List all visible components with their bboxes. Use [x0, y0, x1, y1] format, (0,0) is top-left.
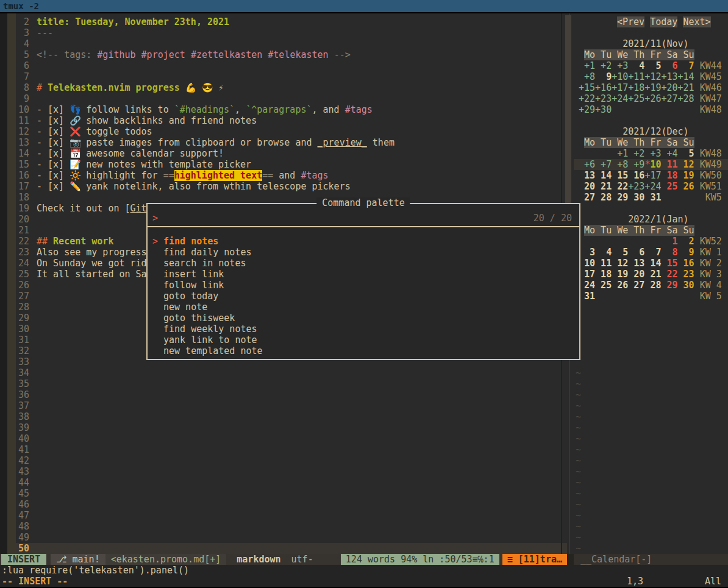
palette-item[interactable]: >find notes [148, 236, 579, 247]
calendar-today-button[interactable]: Today [650, 16, 677, 27]
editor-line[interactable]: 47 [0, 510, 567, 521]
line-number: 22 [16, 236, 29, 247]
editor-line[interactable]: 39 [0, 422, 567, 433]
editor-line[interactable]: 48 [0, 521, 567, 532]
line-number: 21 [16, 225, 29, 236]
calendar-week-row[interactable]: 31 KW 5 [574, 291, 728, 302]
text-segment: 4 5 [628, 60, 661, 71]
text-segment: <!-- tags: [37, 49, 97, 60]
text-segment: 17 18 19 20 21 [579, 269, 661, 280]
line-number: 29 [16, 313, 29, 324]
text-segment: Also see my progress [37, 247, 147, 258]
editor-line[interactable]: 18 [0, 192, 567, 203]
editor-line[interactable]: 44 [0, 477, 567, 488]
calendar-week-row[interactable]: +22+23+24+25+26+27+28 KW47 [574, 93, 728, 104]
calendar-week-row[interactable]: +1 +2 +3 4 5 6 7 KW44 [574, 60, 728, 71]
editor-line[interactable]: 6 [0, 60, 567, 71]
editor-line[interactable]: 35 [0, 378, 567, 389]
text-segment: #github [97, 49, 135, 60]
line-number: 2 [16, 16, 29, 27]
editor-line[interactable]: 14- [x] 📅 awesome calendar support! [0, 148, 567, 159]
editor-line[interactable]: 2title: Tuesday, November 23th, 2021 [0, 16, 567, 27]
palette-item[interactable]: follow link [148, 280, 579, 291]
editor-line[interactable]: 46 [0, 499, 567, 510]
palette-item[interactable]: find weekly notes [148, 324, 579, 335]
text-segment: toggle todos [80, 126, 152, 137]
palette-divider [148, 226, 579, 227]
text-segment: +23+24 [628, 181, 661, 192]
palette-item[interactable]: goto thisweek [148, 313, 579, 324]
calendar-prev-button[interactable]: <Prev [617, 16, 644, 27]
palette-item[interactable]: new templated note [148, 345, 579, 356]
editor-line[interactable]: 43 [0, 466, 567, 477]
editor-line[interactable]: 41 [0, 444, 567, 455]
editor-line[interactable]: 38 [0, 411, 567, 422]
scrollbar-thumb[interactable] [565, 15, 571, 203]
editor-line[interactable]: 11- [x] 🔗 show backlinks and friend note… [0, 115, 567, 126]
calendar-week-row[interactable]: 27 28 29 30 31 KW5 [574, 192, 728, 203]
editor-line[interactable]: 37 [0, 400, 567, 411]
palette-item[interactable]: search in notes [148, 258, 579, 269]
calendar-week-row[interactable]: 20 21 22+23+24 25 26 KW51 [574, 181, 728, 192]
empty-line-tilde: ~ [576, 455, 588, 466]
text-segment: highlight for [80, 170, 163, 181]
line-number: 50 [16, 543, 29, 554]
editor-line[interactable]: 7 [0, 71, 567, 82]
text-segment: them [367, 137, 394, 148]
editor-line[interactable]: 34 [0, 367, 567, 378]
editor-line[interactable]: 12- [x] ❌ toggle todos [0, 126, 567, 137]
text-segment [136, 49, 141, 60]
calendar-week-row[interactable]: +8 9+10+11+12+13+14 KW45 [574, 71, 728, 82]
palette-item[interactable]: yank link to note [148, 335, 579, 345]
text-segment: +15+16+17+18+19+20+21 [579, 82, 694, 93]
calendar-week-row[interactable]: 17 18 19 20 21 22 23 KW 3 [574, 269, 728, 280]
editor-line[interactable]: 9 [0, 93, 567, 104]
editor-line[interactable]: 42 [0, 455, 567, 466]
editor-line[interactable]: 36 [0, 389, 567, 400]
text-segment: show backlinks and friend notes [80, 115, 257, 126]
buffer-list-icon: ≡ [507, 554, 513, 565]
weekday-labels: Mo Tu We Th Fr Sa Su [584, 225, 694, 236]
editor-line[interactable]: 13- [x] 📷 paste images from clipboard or… [0, 137, 567, 148]
editor-line[interactable]: 17- [x] ✏️ yank notelink, also from wthi… [0, 181, 567, 192]
calendar-week-row[interactable]: 13 14 15 16+17 18 19 KW50 [574, 170, 728, 181]
editor-line[interactable]: 16- [x] 🔆 highlight for ==highlighted te… [0, 170, 567, 181]
text-segment: new notes with template picker [80, 159, 251, 170]
line-number: 6 [16, 60, 29, 71]
text-segment: Git [130, 203, 147, 214]
calendar-week-row[interactable]: +1 +2 +3 +4 5 KW48 [574, 148, 728, 159]
calendar-week-row[interactable]: 10 11 12 13 14 15 16 KW 2 [574, 258, 728, 269]
palette-item[interactable]: insert link [148, 269, 579, 280]
calendar-week-row[interactable]: +15+16+17+18+19+20+21 KW46 [574, 82, 728, 93]
calendar-week-row[interactable]: 1 2 KW52 [574, 236, 728, 247]
line-number: 36 [16, 389, 29, 400]
calendar-week-row[interactable]: +6 +7 +8 +9*10 11 12 KW49 [574, 159, 728, 170]
editor-line[interactable]: 8# Telekasten.nvim progress 💪 😎 ⚡ [0, 82, 567, 93]
calendar-statusline: __Calendar[-] [574, 554, 728, 565]
calendar-week-row[interactable]: 3 4 5 6 7 8 9 KW 1 [574, 247, 728, 258]
emoji-icon: 📝 [70, 159, 80, 170]
line-text: - [x] 👣 follow links to `#headings`, `^p… [37, 104, 373, 115]
editor-line[interactable]: 4 [0, 38, 567, 49]
buffer-list-label: [11]tra… [518, 554, 562, 565]
text-segment: 10 11 12 13 14 [579, 258, 661, 269]
palette-prompt-input[interactable] [163, 213, 524, 224]
editor-line[interactable]: 50 [0, 543, 567, 554]
palette-item[interactable]: goto today [148, 291, 579, 302]
palette-item[interactable]: find daily notes [148, 247, 579, 258]
editor-line[interactable]: 3--- [0, 27, 567, 38]
calendar-next-button[interactable]: Next> [683, 16, 710, 27]
calendar-week-row[interactable]: 24 25 26 27 28 29 30 KW 4 [574, 280, 728, 291]
selection-caret-icon: > [152, 236, 158, 247]
editor-line[interactable]: 40 [0, 433, 567, 444]
insert-mode-message: -- INSERT -- [2, 576, 68, 587]
editor-line[interactable]: 5<!-- tags: #github #project #zettelkast… [0, 49, 567, 60]
editor-line[interactable]: 49 [0, 532, 567, 543]
calendar-week-row[interactable]: +29+30 KW48 [574, 104, 728, 115]
editor-line[interactable]: 45 [0, 488, 567, 499]
palette-item[interactable]: new note [148, 302, 579, 313]
emoji-icon: 📅 [70, 148, 80, 159]
text-segment: +22+23+24+25+26+27+28 [579, 93, 694, 104]
editor-line[interactable]: 15- [x] 📝 new notes with template picker [0, 159, 567, 170]
editor-line[interactable]: 10- [x] 👣 follow links to `#headings`, `… [0, 104, 567, 115]
